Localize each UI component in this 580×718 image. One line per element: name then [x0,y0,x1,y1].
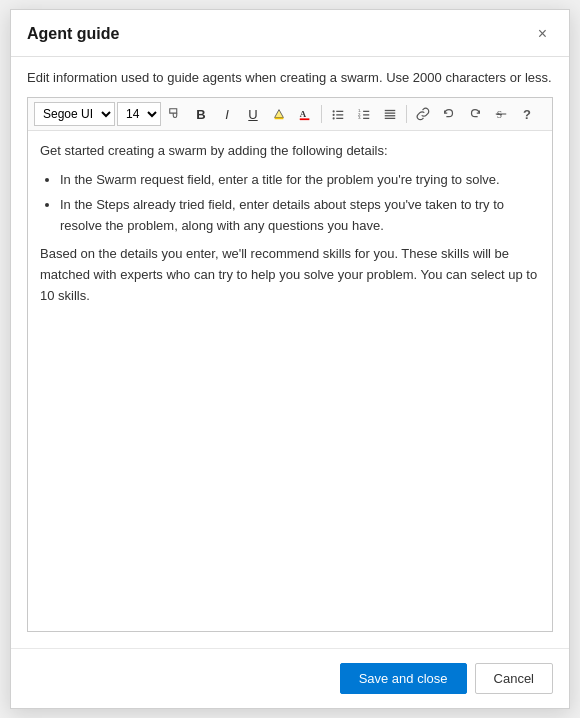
strikethrough-icon: S [494,107,508,121]
bullet-list-button[interactable] [326,102,350,126]
editor-bullet-list: In the Swarm request field, enter a titl… [60,170,540,236]
font-color-icon: A [298,107,312,121]
agent-guide-dialog: Agent guide × Edit information used to g… [10,9,570,709]
paintbrush-icon [168,107,182,121]
editor-container: Segoe UI 14 B I U [27,97,553,632]
cancel-button[interactable]: Cancel [475,663,553,694]
editor-intro: Get started creating a swarm by adding t… [40,141,540,162]
font-family-select[interactable]: Segoe UI [34,102,115,126]
italic-button[interactable]: I [215,102,239,126]
save-close-button[interactable]: Save and close [340,663,467,694]
svg-text:A: A [300,109,307,119]
highlight-icon [272,107,286,121]
numbered-list-icon: 1. 2. 3. [357,107,371,121]
close-button[interactable]: × [532,24,553,44]
font-size-select[interactable]: 14 [117,102,161,126]
dialog-footer: Save and close Cancel [11,648,569,708]
bold-button[interactable]: B [189,102,213,126]
underline-button[interactable]: U [241,102,265,126]
link-icon [416,107,430,121]
editor-conclusion: Based on the details you enter, we'll re… [40,244,540,306]
svg-point-5 [333,118,335,120]
editor-bullet-2: In the Steps already tried field, enter … [60,195,540,237]
highlight-button[interactable] [267,102,291,126]
numbered-list-button[interactable]: 1. 2. 3. [352,102,376,126]
help-icon: ? [523,107,531,122]
toolbar-divider-2 [406,105,407,123]
strikethrough-button[interactable]: S [489,102,513,126]
editor-bullet-1: In the Swarm request field, enter a titl… [60,170,540,191]
undo-icon [442,107,456,121]
help-button[interactable]: ? [515,102,539,126]
dialog-description: Edit information used to guide agents wh… [11,57,569,97]
redo-button[interactable] [463,102,487,126]
svg-point-4 [333,114,335,116]
font-color-button[interactable]: A [293,102,317,126]
editor-content-area[interactable]: Get started creating a swarm by adding t… [28,131,552,631]
format-paintbrush-button[interactable] [163,102,187,126]
editor-toolbar: Segoe UI 14 B I U [28,98,552,131]
redo-icon [468,107,482,121]
link-button[interactable] [411,102,435,126]
dialog-title: Agent guide [27,25,119,43]
svg-point-3 [333,111,335,113]
undo-button[interactable] [437,102,461,126]
align-icon [383,107,397,121]
toolbar-divider-1 [321,105,322,123]
svg-text:3.: 3. [358,115,362,120]
align-button[interactable] [378,102,402,126]
bullet-list-icon [331,107,345,121]
dialog-header: Agent guide × [11,10,569,57]
